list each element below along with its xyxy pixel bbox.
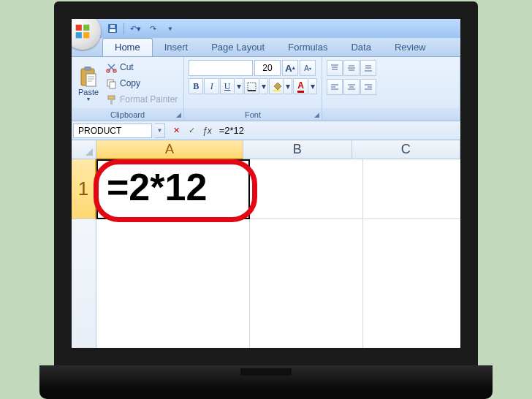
name-box-dropdown[interactable]: ▼ [155, 123, 165, 138]
underline-button[interactable]: U [220, 78, 235, 94]
border-button[interactable] [244, 78, 259, 94]
col-header-b[interactable]: B [243, 140, 352, 159]
align-left-button[interactable] [327, 79, 343, 95]
row-header-2[interactable] [72, 219, 96, 348]
screen-bezel: ↶▾ ↷ ▼ Home Insert Page Layout Formulas … [54, 1, 478, 365]
align-top-button[interactable] [327, 60, 343, 76]
svg-rect-12 [110, 99, 113, 104]
paste-arrow-icon: ▼ [86, 96, 91, 102]
align-bottom-icon [364, 64, 373, 72]
align-center-icon [347, 83, 356, 91]
tab-review[interactable]: Review [383, 39, 438, 56]
align-middle-button[interactable] [343, 60, 360, 76]
cell-b1[interactable] [250, 159, 363, 219]
laptop-base [39, 365, 493, 399]
underline-dropdown[interactable]: ▾ [235, 78, 243, 94]
redo-button[interactable]: ↷ [145, 21, 161, 36]
ribbon-tabs: Home Insert Page Layout Formulas Data Re… [72, 38, 460, 57]
qat-divider [123, 23, 124, 34]
bold-button[interactable]: B [189, 78, 203, 94]
clipboard-launcher[interactable]: ◢ [176, 111, 181, 118]
group-alignment [322, 57, 460, 121]
fx-icon[interactable]: ƒx [202, 126, 212, 136]
cell-a2[interactable] [96, 219, 250, 348]
worksheet-grid: A B C 1 =2*12 [72, 140, 460, 348]
row-headers: 1 [72, 159, 96, 348]
redo-icon: ↷ [150, 24, 156, 34]
copy-button[interactable]: Copy [104, 76, 180, 91]
cut-label: Cut [120, 62, 134, 72]
qat-customize[interactable]: ▼ [162, 21, 178, 36]
paste-button[interactable]: Paste ▼ [75, 58, 102, 108]
svg-rect-5 [84, 66, 91, 71]
svg-rect-3 [110, 25, 115, 28]
group-font: A▴ A▾ B I U ▾ ▾ ▾ A ▾ Font◢ [184, 57, 322, 121]
tab-home[interactable]: Home [102, 38, 153, 56]
screen: ↶▾ ↷ ▼ Home Insert Page Layout Formulas … [72, 19, 460, 348]
cells-area: =2*12 [96, 159, 460, 348]
check-icon: ✓ [189, 126, 195, 135]
svg-rect-14 [273, 90, 281, 91]
font-color-button[interactable]: A [293, 78, 308, 94]
formula-enter-button[interactable]: ✓ [185, 124, 198, 137]
fill-dropdown[interactable]: ▾ [284, 78, 292, 94]
cell-a1-content: =2*12 [98, 161, 248, 213]
fill-color-button[interactable] [269, 78, 284, 94]
align-right-icon [364, 83, 373, 91]
border-dropdown[interactable]: ▾ [260, 78, 268, 94]
align-bottom-button[interactable] [360, 60, 376, 76]
format-painter-button[interactable]: Format Painter [104, 92, 180, 107]
svg-rect-11 [108, 96, 115, 99]
x-icon: ✕ [173, 126, 180, 135]
align-center-button[interactable] [343, 79, 360, 95]
brush-icon [106, 94, 117, 105]
paste-label: Paste [78, 88, 99, 96]
column-headers: A B C [96, 140, 460, 159]
align-right-button[interactable] [360, 79, 376, 95]
svg-rect-13 [248, 83, 256, 91]
tab-formulas[interactable]: Formulas [276, 39, 339, 56]
font-group-label: Font◢ [184, 108, 322, 121]
font-color-dropdown[interactable]: ▾ [309, 78, 317, 94]
cell-c1[interactable] [363, 159, 460, 219]
name-box[interactable] [73, 123, 152, 138]
font-size-select[interactable] [254, 60, 281, 76]
shrink-font-button[interactable]: A▾ [300, 60, 316, 76]
font-launcher[interactable]: ◢ [314, 111, 319, 118]
clipboard-group-label: Clipboard◢ [72, 108, 183, 121]
italic-button[interactable]: I [204, 78, 218, 94]
laptop-frame: ↶▾ ↷ ▼ Home Insert Page Layout Formulas … [54, 1, 478, 399]
cell-b2[interactable] [250, 219, 363, 348]
row-header-1[interactable]: 1 [72, 159, 96, 219]
office-logo-icon [72, 21, 93, 42]
scissors-icon [106, 62, 117, 73]
save-button[interactable] [104, 21, 121, 36]
grow-font-button[interactable]: A▴ [282, 60, 298, 76]
tab-page-layout[interactable]: Page Layout [200, 39, 276, 56]
tab-insert[interactable]: Insert [153, 39, 200, 56]
cell-c2[interactable] [363, 219, 460, 348]
tab-data[interactable]: Data [339, 39, 382, 56]
svg-rect-10 [110, 82, 115, 88]
undo-icon: ↶ [130, 24, 137, 34]
paste-icon [79, 66, 98, 88]
formula-bar-input[interactable] [218, 123, 459, 138]
font-name-select[interactable] [189, 60, 253, 76]
col-header-a[interactable]: A [96, 140, 243, 159]
ribbon: Paste ▼ Cut Copy Format Painter Clipboar… [72, 57, 460, 121]
col-header-c[interactable]: C [352, 140, 460, 159]
select-all-corner[interactable] [72, 140, 96, 159]
undo-button[interactable]: ↶▾ [127, 21, 143, 36]
copy-label: Copy [120, 78, 140, 88]
formula-cancel-button[interactable]: ✕ [170, 124, 183, 137]
align-left-icon [330, 83, 339, 91]
group-clipboard: Paste ▼ Cut Copy Format Painter Clipboar… [72, 57, 184, 121]
format-painter-label: Format Painter [120, 94, 178, 104]
copy-icon [106, 78, 117, 89]
align-top-icon [330, 64, 339, 72]
cell-a1[interactable]: =2*12 [96, 159, 250, 219]
quick-access-toolbar: ↶▾ ↷ ▼ [72, 19, 460, 38]
cut-button[interactable]: Cut [104, 60, 180, 75]
align-middle-icon [347, 64, 356, 72]
bucket-icon [272, 82, 281, 91]
